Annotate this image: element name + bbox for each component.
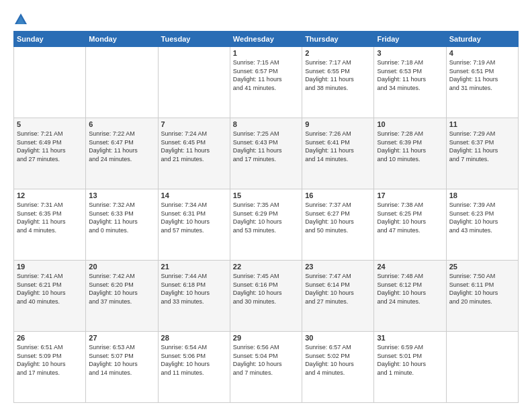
calendar-body: 1Sunrise: 7:15 AM Sunset: 6:57 PM Daylig… bbox=[14, 47, 519, 403]
day-info: Sunrise: 6:54 AM Sunset: 5:06 PM Dayligh… bbox=[161, 343, 227, 377]
day-info: Sunrise: 7:24 AM Sunset: 6:45 PM Dayligh… bbox=[161, 130, 227, 163]
day-info: Sunrise: 7:48 AM Sunset: 6:12 PM Dayligh… bbox=[377, 272, 443, 306]
day-info: Sunrise: 7:29 AM Sunset: 6:37 PM Dayligh… bbox=[449, 130, 515, 163]
day-info: Sunrise: 6:51 AM Sunset: 5:09 PM Dayligh… bbox=[17, 343, 83, 377]
day-number: 12 bbox=[17, 191, 83, 199]
calendar-day-cell: 20Sunrise: 7:42 AM Sunset: 6:20 PM Dayli… bbox=[86, 261, 158, 332]
calendar-day-cell: 17Sunrise: 7:38 AM Sunset: 6:25 PM Dayli… bbox=[374, 189, 446, 261]
calendar-day-cell: 21Sunrise: 7:44 AM Sunset: 6:18 PM Dayli… bbox=[158, 261, 230, 332]
calendar-day-cell: 2Sunrise: 7:17 AM Sunset: 6:55 PM Daylig… bbox=[302, 47, 374, 118]
day-info: Sunrise: 7:21 AM Sunset: 6:49 PM Dayligh… bbox=[17, 130, 83, 163]
calendar-day-cell: 16Sunrise: 7:37 AM Sunset: 6:27 PM Dayli… bbox=[302, 189, 374, 261]
day-number: 1 bbox=[233, 49, 299, 57]
day-info: Sunrise: 7:41 AM Sunset: 6:21 PM Dayligh… bbox=[17, 272, 83, 306]
calendar-week-row: 5Sunrise: 7:21 AM Sunset: 6:49 PM Daylig… bbox=[14, 118, 519, 189]
day-number: 14 bbox=[161, 191, 227, 199]
day-number: 11 bbox=[449, 120, 515, 128]
day-number: 10 bbox=[377, 120, 443, 128]
calendar-day-cell: 28Sunrise: 6:54 AM Sunset: 5:06 PM Dayli… bbox=[158, 332, 230, 403]
calendar-day-cell: 13Sunrise: 7:32 AM Sunset: 6:33 PM Dayli… bbox=[86, 189, 158, 261]
calendar-day-cell: 30Sunrise: 6:57 AM Sunset: 5:02 PM Dayli… bbox=[302, 332, 374, 403]
calendar-week-row: 1Sunrise: 7:15 AM Sunset: 6:57 PM Daylig… bbox=[14, 47, 519, 118]
day-number: 8 bbox=[233, 120, 299, 128]
day-info: Sunrise: 7:35 AM Sunset: 6:29 PM Dayligh… bbox=[233, 201, 299, 234]
day-info: Sunrise: 7:17 AM Sunset: 6:55 PM Dayligh… bbox=[305, 58, 371, 92]
day-info: Sunrise: 7:26 AM Sunset: 6:41 PM Dayligh… bbox=[305, 130, 371, 163]
calendar-day-cell: 9Sunrise: 7:26 AM Sunset: 6:41 PM Daylig… bbox=[302, 118, 374, 189]
calendar-day-cell: 29Sunrise: 6:56 AM Sunset: 5:04 PM Dayli… bbox=[230, 332, 302, 403]
day-number: 28 bbox=[161, 334, 227, 342]
day-info: Sunrise: 7:38 AM Sunset: 6:25 PM Dayligh… bbox=[377, 201, 443, 234]
day-info: Sunrise: 7:28 AM Sunset: 6:39 PM Dayligh… bbox=[377, 130, 443, 163]
day-number: 15 bbox=[233, 191, 299, 199]
day-number: 26 bbox=[17, 334, 83, 342]
day-number: 13 bbox=[89, 191, 154, 199]
day-info: Sunrise: 7:22 AM Sunset: 6:47 PM Dayligh… bbox=[89, 130, 154, 163]
day-number: 17 bbox=[377, 191, 443, 199]
calendar-week-row: 12Sunrise: 7:31 AM Sunset: 6:35 PM Dayli… bbox=[14, 189, 519, 261]
day-number: 18 bbox=[449, 191, 515, 199]
day-info: Sunrise: 6:53 AM Sunset: 5:07 PM Dayligh… bbox=[89, 343, 154, 377]
calendar-day-cell: 25Sunrise: 7:50 AM Sunset: 6:11 PM Dayli… bbox=[446, 261, 518, 332]
day-number: 22 bbox=[233, 263, 299, 271]
calendar-day-cell bbox=[158, 47, 230, 118]
calendar-header-cell: Wednesday bbox=[230, 32, 302, 47]
calendar-day-cell: 6Sunrise: 7:22 AM Sunset: 6:47 PM Daylig… bbox=[86, 118, 158, 189]
calendar-day-cell: 8Sunrise: 7:25 AM Sunset: 6:43 PM Daylig… bbox=[230, 118, 302, 189]
day-number: 9 bbox=[305, 120, 371, 128]
calendar-day-cell: 23Sunrise: 7:47 AM Sunset: 6:14 PM Dayli… bbox=[302, 261, 374, 332]
logo bbox=[13, 12, 30, 27]
day-info: Sunrise: 7:39 AM Sunset: 6:23 PM Dayligh… bbox=[449, 201, 515, 234]
day-info: Sunrise: 6:57 AM Sunset: 5:02 PM Dayligh… bbox=[305, 343, 371, 377]
day-info: Sunrise: 7:15 AM Sunset: 6:57 PM Dayligh… bbox=[233, 58, 299, 92]
day-info: Sunrise: 7:44 AM Sunset: 6:18 PM Dayligh… bbox=[161, 272, 227, 306]
calendar-day-cell: 11Sunrise: 7:29 AM Sunset: 6:37 PM Dayli… bbox=[446, 118, 518, 189]
calendar-day-cell: 26Sunrise: 6:51 AM Sunset: 5:09 PM Dayli… bbox=[14, 332, 86, 403]
calendar-day-cell: 3Sunrise: 7:18 AM Sunset: 6:53 PM Daylig… bbox=[374, 47, 446, 118]
day-number: 30 bbox=[305, 334, 371, 342]
calendar-day-cell: 15Sunrise: 7:35 AM Sunset: 6:29 PM Dayli… bbox=[230, 189, 302, 261]
calendar-day-cell: 19Sunrise: 7:41 AM Sunset: 6:21 PM Dayli… bbox=[14, 261, 86, 332]
calendar-day-cell: 22Sunrise: 7:45 AM Sunset: 6:16 PM Dayli… bbox=[230, 261, 302, 332]
day-info: Sunrise: 7:34 AM Sunset: 6:31 PM Dayligh… bbox=[161, 201, 227, 234]
calendar-day-cell bbox=[446, 332, 518, 403]
day-number: 6 bbox=[89, 120, 154, 128]
day-number: 5 bbox=[17, 120, 83, 128]
calendar-header-cell: Saturday bbox=[446, 32, 518, 47]
day-info: Sunrise: 7:47 AM Sunset: 6:14 PM Dayligh… bbox=[305, 272, 371, 306]
day-number: 3 bbox=[377, 49, 443, 57]
day-info: Sunrise: 6:59 AM Sunset: 5:01 PM Dayligh… bbox=[377, 343, 443, 377]
calendar-day-cell: 14Sunrise: 7:34 AM Sunset: 6:31 PM Dayli… bbox=[158, 189, 230, 261]
calendar-week-row: 26Sunrise: 6:51 AM Sunset: 5:09 PM Dayli… bbox=[14, 332, 519, 403]
calendar-day-cell: 31Sunrise: 6:59 AM Sunset: 5:01 PM Dayli… bbox=[374, 332, 446, 403]
page: SundayMondayTuesdayWednesdayThursdayFrid… bbox=[0, 0, 532, 411]
calendar-day-cell: 27Sunrise: 6:53 AM Sunset: 5:07 PM Dayli… bbox=[86, 332, 158, 403]
calendar-week-row: 19Sunrise: 7:41 AM Sunset: 6:21 PM Dayli… bbox=[14, 261, 519, 332]
day-number: 25 bbox=[449, 263, 515, 271]
calendar-day-cell bbox=[14, 47, 86, 118]
calendar-header-row: SundayMondayTuesdayWednesdayThursdayFrid… bbox=[14, 32, 519, 47]
day-info: Sunrise: 7:19 AM Sunset: 6:51 PM Dayligh… bbox=[449, 58, 515, 92]
day-number: 23 bbox=[305, 263, 371, 271]
day-info: Sunrise: 7:25 AM Sunset: 6:43 PM Dayligh… bbox=[233, 130, 299, 163]
calendar-day-cell: 7Sunrise: 7:24 AM Sunset: 6:45 PM Daylig… bbox=[158, 118, 230, 189]
day-number: 29 bbox=[233, 334, 299, 342]
calendar-header-cell: Friday bbox=[374, 32, 446, 47]
header bbox=[13, 11, 519, 27]
calendar-day-cell: 10Sunrise: 7:28 AM Sunset: 6:39 PM Dayli… bbox=[374, 118, 446, 189]
day-number: 7 bbox=[161, 120, 227, 128]
day-number: 4 bbox=[449, 49, 515, 57]
calendar-table: SundayMondayTuesdayWednesdayThursdayFrid… bbox=[13, 31, 519, 403]
day-info: Sunrise: 7:37 AM Sunset: 6:27 PM Dayligh… bbox=[305, 201, 371, 234]
calendar-day-cell: 5Sunrise: 7:21 AM Sunset: 6:49 PM Daylig… bbox=[14, 118, 86, 189]
calendar-header-cell: Monday bbox=[86, 32, 158, 47]
calendar-day-cell: 1Sunrise: 7:15 AM Sunset: 6:57 PM Daylig… bbox=[230, 47, 302, 118]
day-number: 2 bbox=[305, 49, 371, 57]
day-number: 16 bbox=[305, 191, 371, 199]
calendar-day-cell: 4Sunrise: 7:19 AM Sunset: 6:51 PM Daylig… bbox=[446, 47, 518, 118]
day-number: 27 bbox=[89, 334, 154, 342]
day-info: Sunrise: 7:32 AM Sunset: 6:33 PM Dayligh… bbox=[89, 201, 154, 234]
calendar-day-cell bbox=[86, 47, 158, 118]
day-info: Sunrise: 7:50 AM Sunset: 6:11 PM Dayligh… bbox=[449, 272, 515, 306]
calendar-header-cell: Tuesday bbox=[158, 32, 230, 47]
